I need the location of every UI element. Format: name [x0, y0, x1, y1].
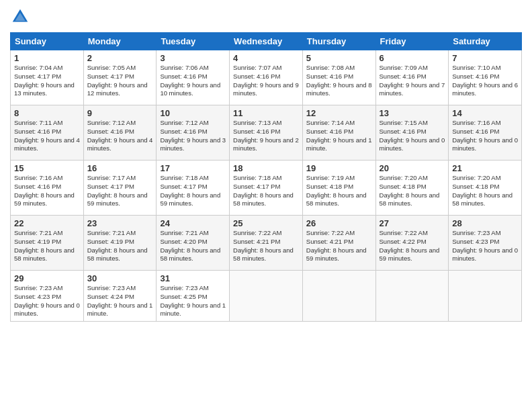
calendar-table: SundayMondayTuesdayWednesdayThursdayFrid…: [10, 32, 522, 322]
day-info: Sunrise: 7:22 AM Sunset: 4:21 PM Dayligh…: [306, 229, 372, 263]
calendar-cell: 28 Sunrise: 7:23 AM Sunset: 4:23 PM Dayl…: [449, 216, 522, 271]
day-info: Sunrise: 7:12 AM Sunset: 4:16 PM Dayligh…: [160, 119, 226, 153]
day-info: Sunrise: 7:20 AM Sunset: 4:18 PM Dayligh…: [380, 174, 445, 208]
day-info: Sunrise: 7:13 AM Sunset: 4:16 PM Dayligh…: [233, 119, 299, 153]
calendar-cell: [449, 271, 522, 322]
day-number: 27: [380, 218, 445, 228]
week-row-4: 22 Sunrise: 7:21 AM Sunset: 4:19 PM Dayl…: [11, 216, 522, 271]
day-number: 22: [14, 218, 80, 228]
day-info: Sunrise: 7:07 AM Sunset: 4:16 PM Dayligh…: [233, 64, 299, 98]
weekday-sunday: Sunday: [11, 33, 84, 50]
day-info: Sunrise: 7:21 AM Sunset: 4:19 PM Dayligh…: [87, 229, 153, 263]
calendar-cell: 30 Sunrise: 7:23 AM Sunset: 4:24 PM Dayl…: [83, 271, 157, 322]
day-info: Sunrise: 7:09 AM Sunset: 4:16 PM Dayligh…: [380, 64, 445, 98]
calendar-cell: 8 Sunrise: 7:11 AM Sunset: 4:16 PM Dayli…: [11, 105, 84, 161]
calendar-cell: 6 Sunrise: 7:09 AM Sunset: 4:16 PM Dayli…: [375, 50, 449, 105]
day-number: 10: [160, 108, 226, 118]
day-info: Sunrise: 7:06 AM Sunset: 4:16 PM Dayligh…: [160, 64, 226, 98]
day-info: Sunrise: 7:10 AM Sunset: 4:16 PM Dayligh…: [452, 64, 518, 98]
calendar-cell: 10 Sunrise: 7:12 AM Sunset: 4:16 PM Dayl…: [157, 105, 230, 161]
day-info: Sunrise: 7:15 AM Sunset: 4:16 PM Dayligh…: [380, 119, 445, 153]
day-number: 14: [452, 108, 518, 118]
calendar-cell: 22 Sunrise: 7:21 AM Sunset: 4:19 PM Dayl…: [11, 216, 84, 271]
day-number: 7: [452, 53, 518, 63]
day-number: 2: [87, 53, 153, 63]
weekday-saturday: Saturday: [449, 33, 522, 50]
week-row-1: 1 Sunrise: 7:04 AM Sunset: 4:17 PM Dayli…: [11, 50, 522, 105]
weekday-tuesday: Tuesday: [157, 33, 230, 50]
day-number: 5: [306, 53, 372, 63]
day-number: 17: [160, 163, 226, 173]
day-info: Sunrise: 7:18 AM Sunset: 4:17 PM Dayligh…: [160, 174, 226, 208]
calendar-cell: [375, 271, 449, 322]
day-number: 19: [306, 163, 372, 173]
header: [10, 7, 522, 27]
weekday-friday: Friday: [375, 33, 449, 50]
calendar-cell: 19 Sunrise: 7:19 AM Sunset: 4:18 PM Dayl…: [302, 161, 375, 216]
day-info: Sunrise: 7:08 AM Sunset: 4:16 PM Dayligh…: [306, 64, 372, 98]
day-info: Sunrise: 7:05 AM Sunset: 4:17 PM Dayligh…: [87, 64, 153, 98]
day-info: Sunrise: 7:23 AM Sunset: 4:23 PM Dayligh…: [452, 229, 518, 263]
calendar-cell: 1 Sunrise: 7:04 AM Sunset: 4:17 PM Dayli…: [11, 50, 84, 105]
day-number: 23: [87, 218, 153, 228]
calendar-cell: 18 Sunrise: 7:18 AM Sunset: 4:17 PM Dayl…: [230, 161, 303, 216]
calendar-cell: 9 Sunrise: 7:12 AM Sunset: 4:16 PM Dayli…: [83, 105, 157, 161]
day-number: 29: [14, 273, 80, 283]
calendar-cell: 21 Sunrise: 7:20 AM Sunset: 4:18 PM Dayl…: [449, 161, 522, 216]
day-info: Sunrise: 7:11 AM Sunset: 4:16 PM Dayligh…: [14, 119, 80, 153]
week-row-2: 8 Sunrise: 7:11 AM Sunset: 4:16 PM Dayli…: [11, 105, 522, 161]
calendar-cell: 14 Sunrise: 7:16 AM Sunset: 4:16 PM Dayl…: [449, 105, 522, 161]
day-number: 20: [380, 163, 445, 173]
day-info: Sunrise: 7:23 AM Sunset: 4:24 PM Dayligh…: [87, 284, 153, 318]
calendar-cell: 29 Sunrise: 7:23 AM Sunset: 4:23 PM Dayl…: [11, 271, 84, 322]
day-number: 25: [233, 218, 299, 228]
week-row-3: 15 Sunrise: 7:16 AM Sunset: 4:16 PM Dayl…: [11, 161, 522, 216]
day-info: Sunrise: 7:16 AM Sunset: 4:16 PM Dayligh…: [452, 119, 518, 153]
day-number: 6: [380, 53, 445, 63]
calendar-cell: 26 Sunrise: 7:22 AM Sunset: 4:21 PM Dayl…: [302, 216, 375, 271]
day-info: Sunrise: 7:23 AM Sunset: 4:23 PM Dayligh…: [14, 284, 80, 318]
day-info: Sunrise: 7:12 AM Sunset: 4:16 PM Dayligh…: [87, 119, 153, 153]
weekday-wednesday: Wednesday: [230, 33, 303, 50]
weekday-header-row: SundayMondayTuesdayWednesdayThursdayFrid…: [11, 33, 522, 50]
day-number: 26: [306, 218, 372, 228]
day-info: Sunrise: 7:21 AM Sunset: 4:20 PM Dayligh…: [160, 229, 226, 263]
calendar-cell: 27 Sunrise: 7:22 AM Sunset: 4:22 PM Dayl…: [375, 216, 449, 271]
calendar-cell: 25 Sunrise: 7:22 AM Sunset: 4:21 PM Dayl…: [230, 216, 303, 271]
weekday-thursday: Thursday: [302, 33, 375, 50]
day-number: 4: [233, 53, 299, 63]
day-info: Sunrise: 7:20 AM Sunset: 4:18 PM Dayligh…: [452, 174, 518, 208]
weekday-monday: Monday: [83, 33, 157, 50]
calendar-cell: 31 Sunrise: 7:23 AM Sunset: 4:25 PM Dayl…: [157, 271, 230, 322]
main-container: SundayMondayTuesdayWednesdayThursdayFrid…: [0, 0, 532, 325]
day-number: 9: [87, 108, 153, 118]
calendar-cell: 12 Sunrise: 7:14 AM Sunset: 4:16 PM Dayl…: [302, 105, 375, 161]
calendar-cell: [302, 271, 375, 322]
logo: [10, 7, 33, 27]
calendar-cell: 23 Sunrise: 7:21 AM Sunset: 4:19 PM Dayl…: [83, 216, 157, 271]
day-number: 11: [233, 108, 299, 118]
day-info: Sunrise: 7:22 AM Sunset: 4:22 PM Dayligh…: [380, 229, 445, 263]
calendar-cell: 24 Sunrise: 7:21 AM Sunset: 4:20 PM Dayl…: [157, 216, 230, 271]
day-number: 21: [452, 163, 518, 173]
calendar-cell: 5 Sunrise: 7:08 AM Sunset: 4:16 PM Dayli…: [302, 50, 375, 105]
day-number: 24: [160, 218, 226, 228]
week-row-5: 29 Sunrise: 7:23 AM Sunset: 4:23 PM Dayl…: [11, 271, 522, 322]
calendar-cell: 7 Sunrise: 7:10 AM Sunset: 4:16 PM Dayli…: [449, 50, 522, 105]
calendar-cell: 13 Sunrise: 7:15 AM Sunset: 4:16 PM Dayl…: [375, 105, 449, 161]
day-info: Sunrise: 7:18 AM Sunset: 4:17 PM Dayligh…: [233, 174, 299, 208]
day-number: 30: [87, 273, 153, 283]
day-number: 8: [14, 108, 80, 118]
day-number: 18: [233, 163, 299, 173]
day-number: 3: [160, 53, 226, 63]
day-info: Sunrise: 7:04 AM Sunset: 4:17 PM Dayligh…: [14, 64, 80, 98]
day-number: 15: [14, 163, 80, 173]
day-info: Sunrise: 7:23 AM Sunset: 4:25 PM Dayligh…: [160, 284, 226, 318]
calendar-cell: 16 Sunrise: 7:17 AM Sunset: 4:17 PM Dayl…: [83, 161, 157, 216]
day-info: Sunrise: 7:14 AM Sunset: 4:16 PM Dayligh…: [306, 119, 372, 153]
day-number: 13: [380, 108, 445, 118]
calendar-cell: 17 Sunrise: 7:18 AM Sunset: 4:17 PM Dayl…: [157, 161, 230, 216]
day-info: Sunrise: 7:21 AM Sunset: 4:19 PM Dayligh…: [14, 229, 80, 263]
day-number: 12: [306, 108, 372, 118]
calendar-cell: 11 Sunrise: 7:13 AM Sunset: 4:16 PM Dayl…: [230, 105, 303, 161]
